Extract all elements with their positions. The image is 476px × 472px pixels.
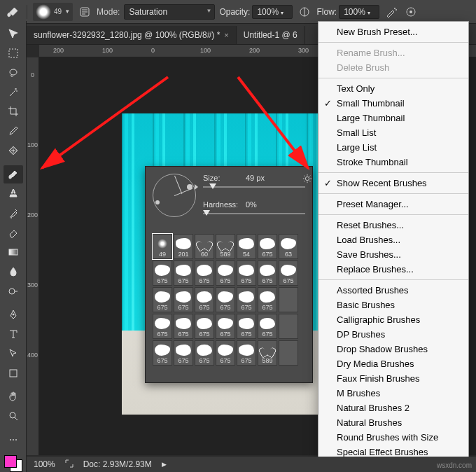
- menu-new-brush-preset[interactable]: New Brush Preset...: [318, 25, 468, 39]
- brush-preset-picker[interactable]: 49 ▼: [33, 3, 73, 21]
- blur-tool[interactable]: [4, 263, 23, 281]
- brush-thumbnail[interactable]: 675: [258, 261, 277, 286]
- hand-tool[interactable]: [4, 387, 23, 405]
- brush-thumbnail[interactable]: 201: [174, 234, 193, 259]
- popover-settings-gear-icon[interactable]: [301, 172, 314, 185]
- menu-dp-brushes[interactable]: DP Brushes: [318, 327, 468, 342]
- pen-tool[interactable]: [4, 305, 23, 324]
- menu-reset-brushes[interactable]: Reset Brushes...: [318, 218, 468, 232]
- menu-show-recent-brushes[interactable]: Show Recent Brushes: [318, 176, 468, 190]
- magic-wand-tool[interactable]: [4, 83, 23, 102]
- opacity-input[interactable]: 100% ▾: [252, 5, 293, 19]
- brush-thumbnail[interactable]: 675: [216, 314, 235, 339]
- zoom-tool[interactable]: [4, 407, 23, 425]
- brush-thumbnail[interactable]: [279, 314, 298, 339]
- menu-save-brushes[interactable]: Save Brushes...: [318, 247, 468, 262]
- tab-untitled[interactable]: Untitled-1 @ 6: [237, 26, 305, 44]
- brush-thumbnail[interactable]: 675: [153, 287, 172, 312]
- hardness-slider[interactable]: [203, 211, 305, 221]
- path-selection-tool[interactable]: [4, 345, 23, 363]
- menu-dry-media-brushes[interactable]: Dry Media Brushes: [318, 356, 468, 371]
- brush-thumbnail[interactable]: 60: [195, 234, 214, 259]
- brush-thumbnail[interactable]: 49: [153, 234, 172, 259]
- brush-thumbnail[interactable]: 675: [174, 261, 193, 286]
- menu-small-thumbnail[interactable]: Small Thumbnail: [318, 96, 468, 111]
- brush-thumbnail[interactable]: 675: [258, 287, 277, 312]
- brush-thumbnail[interactable]: 675: [195, 340, 214, 366]
- brush-thumbnail[interactable]: 675: [153, 314, 172, 339]
- eraser-tool[interactable]: [4, 223, 23, 242]
- menu-stroke-thumbnail[interactable]: Stroke Thumbnail: [318, 155, 468, 169]
- menu-drop-shadow-brushes[interactable]: Drop Shadow Brushes: [318, 342, 468, 356]
- brush-thumbnail[interactable]: [279, 287, 298, 312]
- menu-large-thumbnail[interactable]: Large Thumbnail: [318, 111, 468, 125]
- move-tool[interactable]: [4, 25, 23, 43]
- pressure-size-icon[interactable]: [403, 4, 419, 20]
- marquee-tool[interactable]: [4, 44, 23, 62]
- menu-load-brushes[interactable]: Load Brushes...: [318, 232, 468, 247]
- foreground-color-swatch[interactable]: [4, 455, 17, 468]
- shape-tool[interactable]: [4, 364, 23, 382]
- tab-sunflower[interactable]: sunflower-3292932_1280.jpg @ 100% (RGB/8…: [27, 26, 237, 44]
- brush-angle-picker[interactable]: [153, 174, 196, 217]
- expand-icon[interactable]: [65, 459, 74, 470]
- size-value[interactable]: 49 px: [246, 174, 265, 182]
- edit-toolbar-icon[interactable]: ⋯: [4, 431, 23, 449]
- hardness-value[interactable]: 0%: [246, 200, 257, 209]
- brush-thumbnail[interactable]: 675: [216, 287, 235, 312]
- brush-thumbnail[interactable]: 54: [237, 234, 256, 259]
- brush-thumbnail[interactable]: 675: [279, 261, 298, 286]
- flow-input[interactable]: 100% ▾: [339, 5, 379, 19]
- brush-thumbnail[interactable]: 675: [195, 261, 214, 286]
- dodge-tool[interactable]: [4, 282, 23, 300]
- brush-thumbnail[interactable]: 675: [216, 261, 235, 286]
- menu-calligraphic-brushes[interactable]: Calligraphic Brushes: [318, 312, 468, 327]
- brush-thumbnail[interactable]: 675: [174, 340, 193, 366]
- brush-thumbnail[interactable]: 675: [237, 314, 256, 339]
- brush-thumbnail[interactable]: 675: [153, 340, 172, 366]
- history-brush-tool[interactable]: [4, 204, 23, 222]
- type-tool[interactable]: [4, 325, 23, 343]
- brush-thumbnail[interactable]: 675: [174, 287, 193, 312]
- healing-brush-tool[interactable]: [4, 141, 23, 160]
- zoom-level[interactable]: 100%: [34, 459, 55, 469]
- airbrush-icon[interactable]: [384, 4, 399, 20]
- close-icon[interactable]: ×: [224, 31, 228, 39]
- menu-m-brushes[interactable]: M Brushes: [318, 386, 468, 401]
- menu-natural-brushes[interactable]: Natural Brushes: [318, 415, 468, 430]
- brush-thumbnail[interactable]: 589: [258, 340, 277, 366]
- menu-text-only[interactable]: Text Only: [318, 81, 468, 96]
- brush-thumbnail[interactable]: 589: [216, 234, 235, 259]
- clone-stamp-tool[interactable]: [4, 185, 23, 203]
- brush-thumbnail[interactable]: 675: [195, 314, 214, 339]
- brush-thumbnail[interactable]: 675: [237, 287, 256, 312]
- menu-small-list[interactable]: Small List: [318, 125, 468, 140]
- brush-thumbnail[interactable]: 675: [258, 314, 277, 339]
- brush-thumbnail[interactable]: 675: [195, 287, 214, 312]
- menu-assorted-brushes[interactable]: Assorted Brushes: [318, 283, 468, 298]
- brush-thumbnail[interactable]: 63: [279, 234, 298, 259]
- eyedropper-tool[interactable]: [4, 122, 23, 140]
- brush-thumbnail[interactable]: 675: [237, 261, 256, 286]
- menu-basic-brushes[interactable]: Basic Brushes: [318, 298, 468, 312]
- color-swatches[interactable]: [4, 455, 22, 472]
- menu-natural-brushes-2[interactable]: Natural Brushes 2: [318, 401, 468, 415]
- size-slider[interactable]: [203, 185, 305, 195]
- menu-preset-manager[interactable]: Preset Manager...: [318, 197, 468, 211]
- brush-panel-toggle-icon[interactable]: [77, 4, 92, 20]
- brush-thumbnail[interactable]: [279, 340, 298, 366]
- chevron-right-icon[interactable]: ▶: [162, 461, 167, 468]
- brush-thumbnail[interactable]: 675: [153, 261, 172, 286]
- menu-round-brushes-with-size[interactable]: Round Brushes with Size: [318, 430, 468, 445]
- brush-thumbnail[interactable]: 675: [258, 234, 277, 259]
- menu-replace-brushes[interactable]: Replace Brushes...: [318, 262, 468, 277]
- lasso-tool[interactable]: [4, 64, 23, 82]
- pressure-opacity-icon[interactable]: [297, 4, 312, 20]
- brush-thumbnail[interactable]: 675: [237, 340, 256, 366]
- brush-thumbnail[interactable]: 675: [174, 314, 193, 339]
- mode-select[interactable]: Saturation ▼: [124, 4, 215, 20]
- menu-large-list[interactable]: Large List: [318, 140, 468, 155]
- crop-tool[interactable]: [4, 103, 23, 121]
- brush-thumbnail[interactable]: 675: [216, 340, 235, 366]
- menu-faux-finish-brushes[interactable]: Faux Finish Brushes: [318, 371, 468, 386]
